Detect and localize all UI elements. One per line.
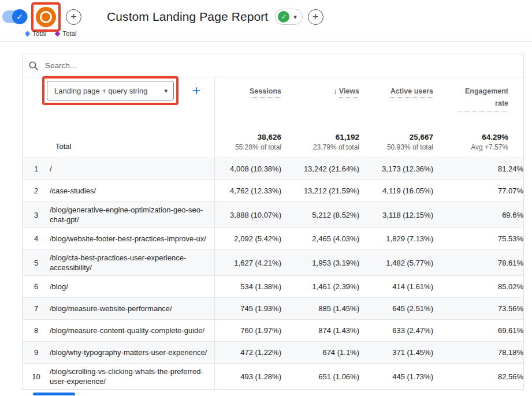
landing-page-path: /blog/measure-content-quality-complete-g… <box>50 326 214 335</box>
views-value: 874 (1.43%) <box>281 323 359 338</box>
column-header-sessions[interactable]: Sessions <box>215 77 281 124</box>
landing-page-path: /blog/why-typography-matters-user-experi… <box>50 348 214 357</box>
report-enabled-toggle[interactable]: ✓ <box>2 10 28 23</box>
column-header-engagement-rate[interactable]: Engagement rate <box>433 77 523 124</box>
engagement-value: 82.56% <box>433 369 523 384</box>
landing-page-path: /case-studies/ <box>50 186 214 196</box>
sessions-value: 493 (1.28%) <box>215 369 281 384</box>
legend-item: Total <box>25 30 46 37</box>
table-row[interactable]: 5 /blog/cta-best-practices-user-experien… <box>23 249 523 275</box>
column-header-active-users[interactable]: Active users <box>359 77 433 124</box>
search-input[interactable] <box>45 61 523 70</box>
active-users-value: 445 (1.73%) <box>359 369 433 384</box>
row-index: 10 <box>23 372 50 381</box>
legend-diamond-icon <box>25 31 30 36</box>
report-table-panel: Landing page + query string ▾ + Sessions… <box>22 54 524 390</box>
sessions-value: 4,762 (12.33%) <box>215 184 281 198</box>
sessions-value: 745 (1.93%) <box>215 301 281 316</box>
column-header-views[interactable]: ↓Views <box>281 77 359 124</box>
table-row[interactable]: 2 /case-studies/ 4,762 (12.33%) 13,212 (… <box>23 180 523 201</box>
add-dimension-button[interactable]: + <box>190 81 203 100</box>
dimension-dropdown[interactable]: Landing page + query string ▾ <box>47 81 174 100</box>
sessions-value: 3,888 (10.07%) <box>215 208 281 222</box>
landing-page-path: / <box>50 164 214 174</box>
engagement-value: 81.24% <box>433 162 523 176</box>
row-index: 2 <box>23 186 50 195</box>
engagement-value: 77.07% <box>433 184 523 198</box>
totals-label: Total <box>55 142 71 151</box>
engagement-value: 69.6% <box>433 208 523 222</box>
active-users-value: 633 (2.47%) <box>359 323 433 338</box>
row-index: 8 <box>23 326 50 335</box>
views-value: 2,465 (4.03%) <box>281 231 359 246</box>
active-users-value: 3,118 (12.15%) <box>359 208 433 222</box>
sessions-value: 4,008 (10.38%) <box>215 162 281 176</box>
landing-page-path: /blog/ <box>50 282 214 292</box>
orange-circle-icon[interactable] <box>36 7 56 27</box>
table-row[interactable]: 9 /blog/why-typography-matters-user-expe… <box>23 341 523 363</box>
landing-page-path: /blog/scrolling-vs-clicking-whats-the-pr… <box>50 367 214 386</box>
legend-item: Total <box>55 30 76 37</box>
engagement-value: 78.61% <box>433 256 523 270</box>
totals-row: Total 38,626 55.28% of total 61,192 23.7… <box>23 124 523 158</box>
views-value: 674 (1.1%) <box>281 345 359 360</box>
search-icon <box>28 60 39 72</box>
engagement-value: 78.18% <box>433 345 523 360</box>
views-value: 1,953 (3.19%) <box>281 256 359 270</box>
horizontal-scrollbar[interactable] <box>33 393 75 395</box>
landing-page-path: /blog/website-footer-best-practices-impr… <box>50 234 214 244</box>
table-header: Landing page + query string ▾ + Sessions… <box>23 77 523 124</box>
table-row[interactable]: 10 /blog/scrolling-vs-clicking-whats-the… <box>23 363 523 389</box>
sessions-value: 1,627 (4.21%) <box>215 256 281 270</box>
table-row[interactable]: 8 /blog/measure-content-quality-complete… <box>23 319 523 341</box>
engagement-value: 75.53% <box>433 231 523 246</box>
table-row[interactable]: 3 /blog/generative-engine-optimization-g… <box>23 201 523 227</box>
active-users-value: 1,829 (7.13%) <box>359 231 433 246</box>
add-icon-button[interactable]: + <box>66 9 81 25</box>
legend-label: Total <box>62 30 76 37</box>
views-value: 651 (1.06%) <box>281 369 359 384</box>
sessions-value: 534 (1.38%) <box>215 279 281 294</box>
views-value: 13,242 (21.64%) <box>281 162 359 176</box>
sessions-value: 472 (1.22%) <box>215 345 281 360</box>
topbar: ✓ + Custom Landing Page Report ✓ ▾ + Tot… <box>0 0 532 42</box>
annotation-box-icon <box>31 2 61 32</box>
table-row[interactable]: 7 /blog/measure-website-performance/ 745… <box>23 297 523 319</box>
sessions-value: 760 (1.97%) <box>215 323 281 338</box>
totals-views: 61,192 23.79% of total <box>281 132 359 158</box>
row-index: 4 <box>23 234 50 243</box>
engagement-value: 85.02% <box>433 279 523 294</box>
table-row[interactable]: 4 /blog/website-footer-best-practices-im… <box>23 227 523 249</box>
row-index: 5 <box>23 259 50 267</box>
chevron-down-icon: ▾ <box>164 88 168 94</box>
landing-page-path: /blog/measure-website-performance/ <box>50 304 214 313</box>
chart-legend: Total Total <box>25 29 77 38</box>
totals-engagement-rate: 64.29% Avg +7.57% <box>433 132 523 158</box>
report-status-dropdown[interactable]: ✓ ▾ <box>275 9 303 25</box>
toggle-check-icon: ✓ <box>12 9 27 24</box>
row-index: 1 <box>23 165 50 173</box>
chevron-down-icon: ▾ <box>293 14 297 20</box>
legend-label: Total <box>32 30 46 37</box>
views-value: 13,212 (21.59%) <box>281 184 359 198</box>
add-report-button[interactable]: + <box>308 9 323 25</box>
annotation-box-dropdown: Landing page + query string ▾ <box>42 76 178 105</box>
sessions-value: 2,092 (5.42%) <box>215 231 281 246</box>
active-users-value: 3,173 (12.36%) <box>359 162 433 176</box>
row-index: 7 <box>23 304 50 313</box>
active-users-value: 414 (1.61%) <box>359 279 433 294</box>
engagement-value: 73.56% <box>433 301 523 316</box>
dimension-dropdown-label: Landing page + query string <box>54 87 148 95</box>
views-value: 885 (1.45%) <box>281 301 359 316</box>
landing-page-path: /blog/cta-best-practices-user-experience… <box>50 253 214 272</box>
page-title: Custom Landing Page Report <box>107 10 268 24</box>
table-row[interactable]: 1 / 4,008 (10.38%) 13,242 (21.64%) 3,173… <box>23 158 523 180</box>
active-users-value: 645 (2.51%) <box>359 301 433 316</box>
table-body: 1 / 4,008 (10.38%) 13,242 (21.64%) 3,173… <box>23 158 523 389</box>
table-row[interactable]: 6 /blog/ 534 (1.38%) 1,461 (2.39%) 414 (… <box>23 275 523 297</box>
engagement-value: 69.61% <box>433 323 523 338</box>
row-index: 3 <box>23 211 50 219</box>
totals-sessions: 38,626 55.28% of total <box>215 132 281 158</box>
active-users-value: 1,482 (5.77%) <box>359 256 433 270</box>
active-users-value: 4,119 (16.05%) <box>359 184 433 198</box>
